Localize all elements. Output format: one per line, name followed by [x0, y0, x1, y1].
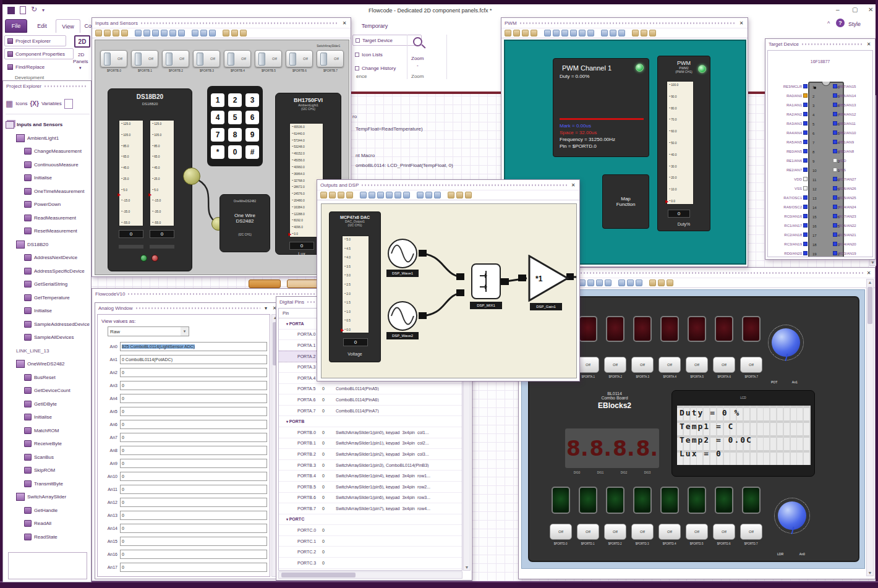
off-button[interactable]: Off [631, 524, 654, 540]
chip-pin[interactable]: RA6/OSC2 [769, 202, 808, 211]
tree-item[interactable]: OneTimeMeasurement [6, 185, 91, 198]
panel-close-icon[interactable]: ✕ [738, 20, 744, 26]
tree-item[interactable]: BusReset [6, 371, 91, 385]
analog-row[interactable]: An11 0 [101, 483, 267, 496]
analog-row[interactable]: An15 0 [101, 535, 267, 548]
chip-pin[interactable]: VDD [833, 156, 871, 165]
toolbar-icon[interactable] [456, 192, 463, 198]
slide-switch[interactable]: Off [317, 50, 344, 67]
zoom-minus[interactable]: - [417, 62, 419, 68]
board-vscrollbar[interactable]: ▲▼ [866, 279, 874, 576]
pwm-channel1-component[interactable]: PWM Channel 1 Duty = 0.00% Mark = 0.00us… [553, 58, 649, 157]
analog-value-input[interactable]: 0 [120, 485, 267, 494]
off-button[interactable]: Off [713, 524, 735, 540]
chip-pin[interactable]: RC4/AN20 [833, 239, 871, 249]
analog-row[interactable]: An10 0 [101, 470, 267, 483]
chip-pin[interactable]: RD3/AN19 [833, 249, 871, 257]
tree-item[interactable]: TransmitByte [6, 477, 91, 491]
panel-close-icon[interactable]: ✕ [866, 41, 872, 47]
chip-pin[interactable]: RC5/AN21 [833, 230, 871, 239]
save-icon[interactable] [20, 6, 26, 14]
digital-pin-row[interactable]: PORTC [279, 514, 462, 526]
off-button[interactable]: Off [686, 357, 708, 373]
ds18b20-value-2[interactable]: 0 [150, 230, 174, 238]
2d-panels-caret-icon[interactable]: ▾ [79, 66, 82, 70]
toolbar-icon[interactable] [434, 192, 441, 198]
undo-icon[interactable]: ↻ [31, 5, 37, 14]
toolbar-icon[interactable] [161, 30, 168, 36]
tree-item[interactable]: AmbientLight1 [6, 132, 91, 145]
toolbar-icon[interactable] [104, 30, 111, 36]
chip-pin[interactable]: RC7/AN23 [833, 211, 871, 221]
analog-row[interactable]: An13 0 [101, 509, 267, 522]
analog-value-input[interactable]: 0 [120, 446, 267, 455]
toolbar-icon[interactable] [561, 30, 568, 36]
slide-switch[interactable]: Off [255, 50, 282, 67]
tree-item[interactable]: Inputs and Sensors [6, 118, 91, 132]
decrement-button[interactable] [151, 255, 158, 262]
analog-row[interactable]: An3 0 [101, 379, 267, 392]
chip-pin[interactable]: RA1/AN1 [769, 100, 808, 109]
toolbar-icon[interactable] [417, 192, 424, 198]
keypad-key[interactable]: 5 [228, 111, 242, 124]
slide-switch[interactable]: Off [100, 50, 127, 67]
toolbar-icon[interactable] [605, 279, 612, 286]
chip-pin[interactable]: RB7/AN15 [833, 82, 871, 91]
analog-row[interactable]: An16 0 [101, 548, 267, 561]
analog-row[interactable]: An9 0 [101, 457, 267, 470]
toolbar-icon[interactable] [231, 30, 238, 36]
chip-pin[interactable]: RA4/AN4 [769, 128, 808, 137]
toolbar-icon[interactable] [200, 30, 207, 36]
analog-row[interactable]: An2 0 [101, 366, 267, 379]
minimize-button[interactable]: – [836, 6, 840, 13]
tree-item[interactable]: GetHandle [6, 504, 91, 518]
toolbar-icon[interactable] [95, 30, 102, 36]
analog-row[interactable]: An6 0 [101, 418, 267, 431]
analog-row[interactable]: An4 0 [101, 392, 267, 405]
inputs-panel-header[interactable]: Inputs and Sensors ✕ [92, 18, 351, 28]
keypad-key[interactable]: 9 [245, 128, 259, 142]
tree-item[interactable]: GetDeviceCount [6, 384, 91, 398]
analog-value-input[interactable]: 0 [120, 381, 267, 390]
off-button[interactable]: Off [604, 524, 626, 540]
tree-item[interactable]: GetSerialString [6, 278, 91, 291]
analog-value-input[interactable]: 0 [120, 563, 267, 572]
tab-edit[interactable]: Edit [31, 19, 53, 33]
close-button[interactable]: ✕ [868, 6, 873, 13]
toolbar-icon[interactable] [632, 30, 639, 36]
pot-knob[interactable] [768, 325, 804, 360]
toolbar-icon[interactable] [658, 279, 665, 286]
chip-pin[interactable]: RA3/AN3 [769, 119, 808, 128]
toolbar-icon[interactable] [505, 30, 511, 36]
tree-item[interactable]: ContinuousMeasure [6, 158, 91, 172]
tree-item[interactable]: Initialise [6, 411, 91, 424]
toolbar-icon[interactable] [369, 192, 375, 198]
tree-item[interactable]: ResetMeasurement [6, 224, 91, 238]
keypad-key[interactable]: 0 [228, 145, 242, 159]
slide-switch[interactable]: Off [162, 50, 189, 67]
tree-item[interactable]: ReadState [6, 530, 91, 544]
toolbar-icon[interactable] [320, 192, 327, 198]
analog-value-input[interactable]: 0 [120, 550, 267, 559]
tree-item[interactable]: AddressSpecificDevice [6, 265, 91, 278]
keypad-key[interactable]: 7 [211, 128, 224, 142]
toolbar-icon[interactable] [667, 279, 673, 286]
toolbar-icon[interactable] [346, 192, 353, 198]
analog-row[interactable]: An0 825 ComboBL0114(LightSensor ADC) [101, 340, 267, 353]
analog-row[interactable]: An12 0 [101, 496, 267, 509]
panel-menu-icon[interactable]: ▾ [263, 305, 269, 311]
toolbar-icon[interactable] [192, 30, 198, 36]
chip-pin[interactable]: RC2/AN18 [769, 230, 808, 239]
chip-pin[interactable]: RC6/AN22 [833, 221, 871, 230]
tree-item[interactable]: ReadAll [6, 517, 91, 530]
ribbon-find-replace-button[interactable]: Find/Replace [4, 61, 58, 72]
analog-value-input[interactable]: 825 ComboBL0114(LightSensor ADC) [120, 342, 267, 351]
digital-pin-row[interactable]: PORTB.5 0 SwitchArraySlider1(pin5), keyp… [279, 482, 462, 493]
toolbar-icon[interactable] [649, 279, 656, 286]
quickbar-caret-icon[interactable]: ▾ [42, 7, 45, 13]
toolbar-icon[interactable] [649, 30, 656, 36]
tree-item[interactable]: Initialise [6, 304, 91, 318]
off-button[interactable]: Off [740, 524, 762, 540]
analog-row[interactable]: An17 0 [101, 561, 267, 574]
toolbar-icon[interactable] [377, 192, 384, 198]
